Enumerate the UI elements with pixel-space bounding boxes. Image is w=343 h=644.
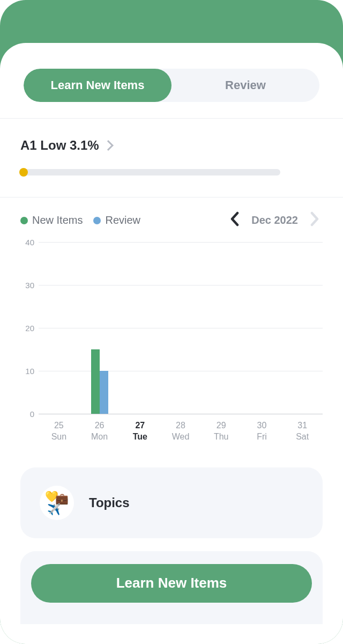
chart-bar [100,371,108,414]
chart-x-dow: Fri [242,431,282,443]
chevron-left-icon [230,211,240,226]
legend-label: New Items [32,214,83,226]
chart-plot-area: 010203040 [20,242,323,414]
briefcase-icon: 💼 [55,493,69,504]
app-frame: Learn New Items Review A1 Low 3.1% [0,0,343,644]
chart-category [201,242,242,414]
topics-title: Topics [89,495,130,510]
chart-x-day: 28 [160,420,201,431]
legend-dot-green-icon [20,217,28,224]
legend-item-review: Review [93,214,140,226]
chart-category [79,242,120,414]
chevron-right-icon [310,211,319,226]
topics-icon: 💛 💼 ✈️ [40,486,74,520]
chart-category [242,242,282,414]
chart-x-dow: Sun [39,431,79,443]
learn-new-items-button[interactable]: Learn New Items [31,564,312,603]
chart-x-dow: Sat [282,431,323,443]
chart-section: New Items Review Dec 2022 [0,197,343,448]
month-navigator: Dec 2022 [227,209,323,231]
tab-learn-new-items[interactable]: Learn New Items [24,69,172,102]
legend-item-new-items: New Items [20,214,83,226]
level-selector[interactable]: A1 Low 3.1% [20,138,323,153]
chart-x-dow: Tue [120,431,160,443]
next-month-button [307,209,323,231]
chart-y-tick: 0 [20,409,34,419]
chart-x-label: 29Thu [201,420,242,443]
tab-label: Learn New Items [51,78,145,92]
chart-category [39,242,79,414]
chart-x-day: 31 [282,420,323,431]
chart-y-tick: 10 [20,367,34,376]
chevron-right-icon [103,140,114,151]
tabs: Learn New Items Review [24,69,319,102]
chart-y-tick: 20 [20,324,34,333]
chart-category [282,242,323,414]
chart-x-day: 25 [39,420,79,431]
chart-bar [91,349,100,414]
chart-legend: New Items Review [20,214,140,226]
legend-label: Review [105,214,140,226]
month-label: Dec 2022 [251,214,298,226]
legend-dot-blue-icon [93,217,101,224]
chart-gridline [39,414,323,414]
chart-category [160,242,201,414]
chart-x-label: 25Sun [39,420,79,443]
chart-bars [39,242,323,414]
chart: 010203040 25Sun26Mon27Tue28Wed29Thu30Fri… [20,242,323,443]
chart-x-label: 26Mon [79,420,120,443]
chart-x-label: 27Tue [120,420,160,443]
chart-x-day: 29 [201,420,242,431]
tab-review[interactable]: Review [172,69,319,102]
chart-x-day: 30 [242,420,282,431]
chart-x-axis: 25Sun26Mon27Tue28Wed29Thu30Fri31Sat [39,420,323,443]
chart-x-dow: Thu [201,431,242,443]
chart-x-day: 27 [120,420,160,431]
bottom-action-card: Learn New Items [20,551,323,624]
chart-x-dow: Wed [160,431,201,443]
chart-x-dow: Mon [79,431,120,443]
airplane-icon: ✈️ [47,504,61,515]
chart-category [120,242,160,414]
button-label: Learn New Items [116,575,227,591]
prev-month-button[interactable] [227,209,243,231]
chart-x-day: 26 [79,420,120,431]
level-progress-knob [19,168,28,177]
level-section: A1 Low 3.1% [0,119,343,197]
chart-x-label: 31Sat [282,420,323,443]
level-label: A1 Low 3.1% [20,138,99,153]
chart-x-label: 30Fri [242,420,282,443]
chart-header: New Items Review Dec 2022 [20,209,323,231]
topics-card[interactable]: 💛 💼 ✈️ Topics [20,467,323,538]
chart-y-axis: 010203040 [20,242,36,414]
tabs-container: Learn New Items Review [0,43,343,118]
level-progress-bar [20,169,280,175]
content-card: Learn New Items Review A1 Low 3.1% [0,43,343,644]
chart-y-tick: 30 [20,281,34,290]
chart-x-label: 28Wed [160,420,201,443]
tab-label: Review [225,78,266,92]
chart-y-tick: 40 [20,238,34,247]
